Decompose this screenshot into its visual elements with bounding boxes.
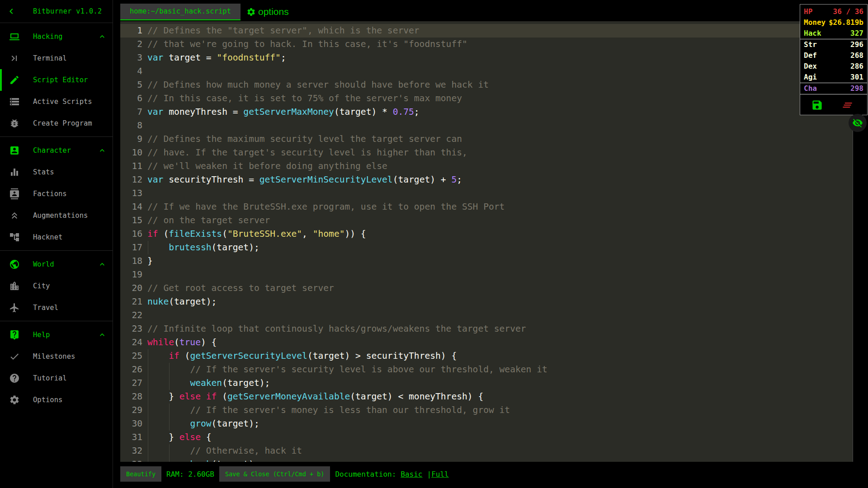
sidebar-item-create-program[interactable]: Create Program (0, 113, 113, 134)
toggle-stats-visibility-button[interactable] (849, 114, 867, 132)
stat-value-hack: 327 (850, 28, 863, 39)
line-number: 3 (120, 51, 142, 65)
sidebar-item-milestones[interactable]: Milestones (0, 346, 113, 367)
sidebar-section-header-hacking[interactable]: Hacking (0, 26, 113, 47)
check-icon (9, 351, 20, 362)
sidebar-item-stats[interactable]: Stats (0, 161, 113, 183)
line-number: 29 (120, 404, 142, 417)
documentation-full-link[interactable]: Full (431, 470, 449, 479)
sidebar-item-script-editor[interactable]: Script Editor (0, 69, 113, 91)
editor-footer: Beautify RAM: 2.60GB Save & Close (Ctrl/… (120, 466, 449, 482)
tab-label: home:~/basic_hack.script (130, 7, 231, 15)
code-line: 8 (120, 119, 853, 132)
sidebar-section-header-character[interactable]: Character (0, 140, 113, 161)
code-line: 1// Defines the "target server", which i… (120, 24, 853, 38)
save-game-button[interactable] (811, 99, 823, 111)
stat-value-cha: 298 (850, 83, 863, 94)
code-line-text: // Defines how much money a server shoul… (147, 78, 489, 92)
gear-icon (9, 394, 20, 405)
code-line: 9// Defines the maximum security level t… (120, 132, 853, 146)
sidebar-item-label: Options (33, 396, 62, 404)
stat-row-agi: Agi301 (800, 72, 867, 83)
stat-row-money: Money$26.819b (800, 17, 867, 28)
sidebar-item-hacknet[interactable]: Hacknet (0, 226, 113, 248)
code-line: 31 } else { (120, 431, 853, 444)
stat-row-dex: Dex286 (800, 61, 867, 72)
code-line-text: // that we're going to hack. In this cas… (147, 38, 467, 51)
stat-label-agi: Agi (804, 72, 817, 83)
sidebar-item-tutorial[interactable]: Tutorial (0, 367, 113, 389)
sidebar-section-character: CharacterStatsFactionsAugmentationsHackn… (0, 137, 113, 248)
editor-options-label: options (258, 6, 289, 17)
line-number: 12 (120, 173, 142, 187)
code-line-text: nuke(target); (147, 295, 217, 309)
globe-icon (9, 259, 20, 270)
sidebar-item-travel[interactable]: Travel (0, 297, 113, 319)
sidebar-section-label: Character (33, 146, 71, 155)
line-number: 5 (120, 78, 142, 92)
code-line: 26 // If the server's security level is … (120, 363, 853, 376)
line-number: 33 (120, 458, 142, 462)
stat-label-str: Str (804, 39, 817, 50)
code-line-text: } else if (getServerMoneyAvailable(targe… (147, 390, 483, 404)
sidebar-item-label: Milestones (33, 352, 75, 361)
code-line: 32 // Otherwise, hack it (120, 444, 853, 458)
editor-options-button[interactable]: options (246, 4, 289, 20)
stats-bars-icon (9, 167, 20, 178)
code-line-text: brutessh(target); (147, 241, 259, 254)
line-number: 9 (120, 132, 142, 146)
stat-row-hp: HP36 / 36 (800, 6, 867, 17)
code-editor[interactable]: 1// Defines the "target server", which i… (120, 21, 853, 462)
chevron-left-icon[interactable] (6, 6, 17, 17)
overlay-actions (800, 94, 867, 112)
code-lines: 1// Defines the "target server", which i… (120, 21, 853, 462)
code-line-text: // Otherwise, hack it (147, 444, 302, 458)
sidebar-item-city[interactable]: City (0, 275, 113, 297)
stat-label-cha: Cha (804, 83, 817, 94)
line-number: 6 (120, 92, 142, 105)
code-line-text: // If the server's security level is abo… (147, 363, 547, 376)
line-number: 14 (120, 200, 142, 214)
code-line-text: // Defines the "target server", which is… (147, 24, 420, 38)
gear-icon (246, 7, 256, 17)
save-close-button[interactable]: Save & Close (Ctrl/Cmd + b) (219, 466, 330, 482)
code-line: 20// Get root access to target server (120, 282, 853, 295)
line-number: 27 (120, 376, 142, 390)
kill-all-scripts-button[interactable] (841, 99, 854, 111)
sidebar-item-factions[interactable]: Factions (0, 183, 113, 205)
line-number: 1 (120, 24, 142, 38)
sidebar-section-world: WorldCityTravel (0, 251, 113, 319)
line-number: 16 (120, 227, 142, 241)
line-number: 24 (120, 336, 142, 349)
sidebar-item-terminal[interactable]: Terminal (0, 47, 113, 69)
code-line: 11// we'll weaken it before doing anythi… (120, 160, 853, 173)
code-line: 29 // If the server's money is less than… (120, 404, 853, 417)
sidebar-section-header-help[interactable]: Help (0, 324, 113, 346)
code-line-text: // on the target server (147, 214, 270, 227)
documentation-basic-link[interactable]: Basic (401, 470, 422, 479)
sidebar-item-augmentations[interactable]: Augmentations (0, 205, 113, 226)
line-number: 22 (120, 309, 142, 322)
sidebar-section-label: World (33, 260, 54, 268)
sidebar-section-header-world[interactable]: World (0, 253, 113, 275)
sidebar-item-label: Hacknet (33, 233, 62, 241)
sidebar-item-label: City (33, 282, 50, 290)
line-number: 28 (120, 390, 142, 404)
code-line: 14// If we have the BruteSSH.exe program… (120, 200, 853, 214)
line-number: 21 (120, 295, 142, 309)
stat-label-hp: HP (804, 6, 812, 17)
eye-off-icon (852, 117, 863, 128)
sidebar-item-options[interactable]: Options (0, 389, 113, 411)
beautify-button[interactable]: Beautify (120, 466, 161, 482)
stat-value-str: 296 (850, 39, 863, 50)
code-line: 22 (120, 309, 853, 322)
question-circle-icon (9, 373, 20, 384)
code-line-text: grow(target); (147, 417, 259, 431)
editor-tab-bar: home:~/basic_hack.script options (120, 0, 853, 21)
sidebar-item-label: Travel (33, 304, 58, 312)
scripts-list-icon (9, 96, 20, 107)
line-number: 32 (120, 444, 142, 458)
line-number: 10 (120, 146, 142, 160)
sidebar-item-active-scripts[interactable]: Active Scripts (0, 91, 113, 113)
tab-basic-hack-script[interactable]: home:~/basic_hack.script (120, 4, 241, 20)
